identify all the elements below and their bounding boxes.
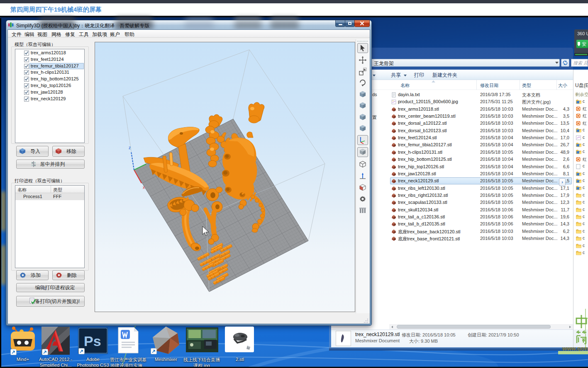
svg-text:x: x [143,185,145,190]
svg-text:z: z [129,145,131,150]
svg-text:Ps: Ps [84,333,101,349]
